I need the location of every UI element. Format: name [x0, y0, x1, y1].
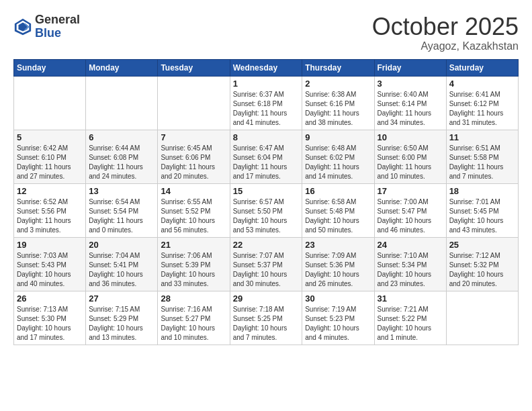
calendar-cell: 1Sunrise: 6:37 AM Sunset: 6:18 PM Daylig…	[230, 76, 302, 130]
day-info: Sunrise: 6:45 AM Sunset: 6:06 PM Dayligh…	[161, 144, 226, 181]
day-number: 23	[305, 240, 371, 250]
day-number: 30	[305, 293, 371, 304]
calendar-header-row: SundayMondayTuesdayWednesdayThursdayFrid…	[14, 59, 519, 76]
day-info: Sunrise: 6:48 AM Sunset: 6:02 PM Dayligh…	[305, 144, 371, 181]
logo: General Blue	[13, 13, 80, 40]
calendar-cell: 26Sunrise: 7:13 AM Sunset: 5:30 PM Dayli…	[14, 291, 86, 345]
day-number: 17	[378, 186, 443, 196]
calendar-cell: 10Sunrise: 6:50 AM Sunset: 6:00 PM Dayli…	[374, 130, 446, 183]
day-info: Sunrise: 6:44 AM Sunset: 6:08 PM Dayligh…	[89, 144, 154, 181]
calendar-week-2: 12Sunrise: 6:52 AM Sunset: 5:56 PM Dayli…	[14, 183, 519, 237]
calendar-cell: 23Sunrise: 7:09 AM Sunset: 5:36 PM Dayli…	[302, 237, 374, 291]
day-number: 25	[449, 240, 515, 250]
day-info: Sunrise: 7:13 AM Sunset: 5:30 PM Dayligh…	[17, 305, 83, 342]
day-number: 10	[378, 132, 443, 142]
calendar-cell: 19Sunrise: 7:03 AM Sunset: 5:43 PM Dayli…	[14, 237, 86, 291]
day-number: 22	[233, 240, 300, 250]
day-header-saturday: Saturday	[446, 59, 518, 76]
calendar-week-0: 1Sunrise: 6:37 AM Sunset: 6:18 PM Daylig…	[14, 76, 519, 130]
calendar-cell: 20Sunrise: 7:04 AM Sunset: 5:41 PM Dayli…	[86, 237, 158, 291]
day-info: Sunrise: 6:57 AM Sunset: 5:50 PM Dayligh…	[233, 197, 300, 235]
day-number: 20	[89, 240, 154, 250]
day-header-friday: Friday	[374, 59, 446, 76]
day-number: 27	[89, 293, 154, 304]
calendar-cell	[158, 76, 230, 130]
calendar-cell: 8Sunrise: 6:47 AM Sunset: 6:04 PM Daylig…	[230, 130, 302, 183]
calendar-cell	[86, 76, 158, 130]
calendar-cell	[446, 291, 518, 345]
calendar-cell: 9Sunrise: 6:48 AM Sunset: 6:02 PM Daylig…	[302, 130, 374, 183]
calendar-cell: 30Sunrise: 7:19 AM Sunset: 5:23 PM Dayli…	[302, 291, 374, 345]
day-info: Sunrise: 7:07 AM Sunset: 5:37 PM Dayligh…	[233, 251, 300, 289]
calendar: SundayMondayTuesdayWednesdayThursdayFrid…	[13, 59, 519, 345]
calendar-cell: 22Sunrise: 7:07 AM Sunset: 5:37 PM Dayli…	[230, 237, 302, 291]
logo-general: General	[35, 13, 80, 27]
day-number: 2	[305, 79, 371, 89]
calendar-cell: 11Sunrise: 6:51 AM Sunset: 5:58 PM Dayli…	[446, 130, 518, 183]
day-number: 26	[17, 293, 83, 304]
calendar-cell: 28Sunrise: 7:16 AM Sunset: 5:27 PM Dayli…	[158, 291, 230, 345]
month-title: October 2025	[372, 13, 519, 40]
calendar-cell: 4Sunrise: 6:41 AM Sunset: 6:12 PM Daylig…	[446, 76, 518, 130]
day-number: 5	[17, 132, 83, 142]
day-info: Sunrise: 6:50 AM Sunset: 6:00 PM Dayligh…	[378, 144, 443, 181]
day-header-tuesday: Tuesday	[158, 59, 230, 76]
day-info: Sunrise: 6:40 AM Sunset: 6:14 PM Dayligh…	[378, 90, 443, 128]
logo-text: General Blue	[35, 13, 80, 40]
day-number: 16	[305, 186, 371, 196]
day-info: Sunrise: 7:09 AM Sunset: 5:36 PM Dayligh…	[305, 251, 371, 289]
day-number: 31	[378, 293, 443, 304]
day-info: Sunrise: 7:01 AM Sunset: 5:45 PM Dayligh…	[449, 197, 515, 235]
day-number: 13	[89, 186, 154, 196]
day-info: Sunrise: 7:15 AM Sunset: 5:29 PM Dayligh…	[89, 305, 154, 342]
calendar-cell	[14, 76, 86, 130]
day-info: Sunrise: 6:38 AM Sunset: 6:16 PM Dayligh…	[305, 90, 371, 128]
day-info: Sunrise: 6:42 AM Sunset: 6:10 PM Dayligh…	[17, 144, 83, 181]
day-number: 19	[17, 240, 83, 250]
calendar-cell: 31Sunrise: 7:21 AM Sunset: 5:22 PM Dayli…	[374, 291, 446, 345]
location-subtitle: Ayagoz, Kazakhstan	[372, 40, 519, 52]
header: General Blue October 2025 Ayagoz, Kazakh…	[13, 13, 519, 52]
calendar-cell: 15Sunrise: 6:57 AM Sunset: 5:50 PM Dayli…	[230, 183, 302, 237]
day-number: 29	[233, 293, 300, 304]
calendar-cell: 13Sunrise: 6:54 AM Sunset: 5:54 PM Dayli…	[86, 183, 158, 237]
calendar-week-3: 19Sunrise: 7:03 AM Sunset: 5:43 PM Dayli…	[14, 237, 519, 291]
day-number: 18	[449, 186, 515, 196]
day-header-sunday: Sunday	[14, 59, 86, 76]
day-info: Sunrise: 7:18 AM Sunset: 5:25 PM Dayligh…	[233, 305, 300, 342]
day-header-monday: Monday	[86, 59, 158, 76]
day-number: 8	[233, 132, 300, 142]
day-number: 11	[449, 132, 515, 142]
day-number: 24	[378, 240, 443, 250]
calendar-week-4: 26Sunrise: 7:13 AM Sunset: 5:30 PM Dayli…	[14, 291, 519, 345]
title-block: October 2025 Ayagoz, Kazakhstan	[372, 13, 519, 52]
calendar-cell: 6Sunrise: 6:44 AM Sunset: 6:08 PM Daylig…	[86, 130, 158, 183]
calendar-cell: 2Sunrise: 6:38 AM Sunset: 6:16 PM Daylig…	[302, 76, 374, 130]
day-header-thursday: Thursday	[302, 59, 374, 76]
day-number: 15	[233, 186, 300, 196]
logo-icon	[13, 17, 32, 36]
day-info: Sunrise: 7:03 AM Sunset: 5:43 PM Dayligh…	[17, 251, 83, 289]
calendar-cell: 21Sunrise: 7:06 AM Sunset: 5:39 PM Dayli…	[158, 237, 230, 291]
day-header-wednesday: Wednesday	[230, 59, 302, 76]
day-info: Sunrise: 7:12 AM Sunset: 5:32 PM Dayligh…	[449, 251, 515, 289]
day-number: 6	[89, 132, 154, 142]
calendar-cell: 16Sunrise: 6:58 AM Sunset: 5:48 PM Dayli…	[302, 183, 374, 237]
day-info: Sunrise: 7:06 AM Sunset: 5:39 PM Dayligh…	[161, 251, 226, 289]
day-number: 3	[378, 79, 443, 89]
calendar-cell: 29Sunrise: 7:18 AM Sunset: 5:25 PM Dayli…	[230, 291, 302, 345]
calendar-cell: 24Sunrise: 7:10 AM Sunset: 5:34 PM Dayli…	[374, 237, 446, 291]
day-info: Sunrise: 6:52 AM Sunset: 5:56 PM Dayligh…	[17, 197, 83, 235]
calendar-cell: 27Sunrise: 7:15 AM Sunset: 5:29 PM Dayli…	[86, 291, 158, 345]
day-number: 14	[161, 186, 226, 196]
day-info: Sunrise: 6:37 AM Sunset: 6:18 PM Dayligh…	[233, 90, 300, 128]
day-info: Sunrise: 6:58 AM Sunset: 5:48 PM Dayligh…	[305, 197, 371, 235]
day-number: 7	[161, 132, 226, 142]
day-info: Sunrise: 7:04 AM Sunset: 5:41 PM Dayligh…	[89, 251, 154, 289]
calendar-cell: 7Sunrise: 6:45 AM Sunset: 6:06 PM Daylig…	[158, 130, 230, 183]
day-info: Sunrise: 6:55 AM Sunset: 5:52 PM Dayligh…	[161, 197, 226, 235]
day-number: 9	[305, 132, 371, 142]
day-info: Sunrise: 7:16 AM Sunset: 5:27 PM Dayligh…	[161, 305, 226, 342]
calendar-cell: 5Sunrise: 6:42 AM Sunset: 6:10 PM Daylig…	[14, 130, 86, 183]
day-number: 28	[161, 293, 226, 304]
